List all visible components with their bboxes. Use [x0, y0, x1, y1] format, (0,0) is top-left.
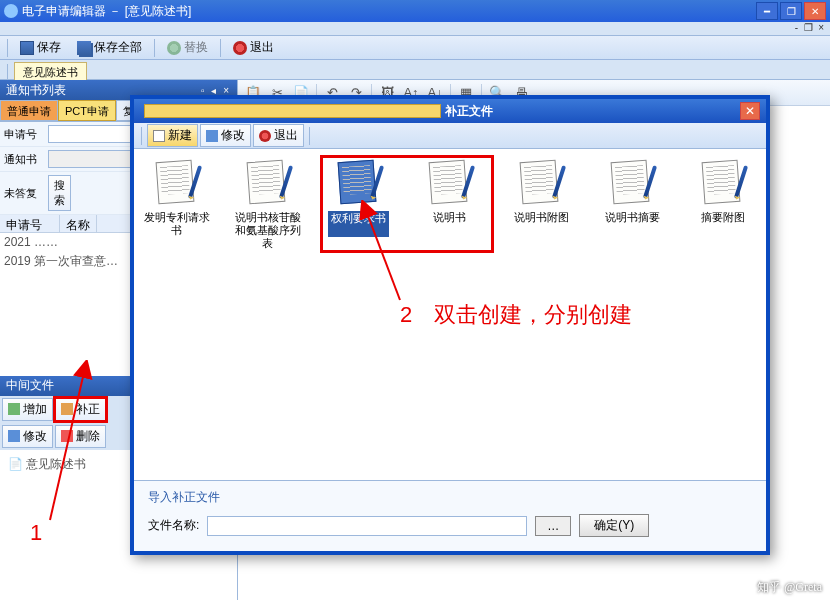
file-type-item-selected[interactable]: 权利要求书: [324, 159, 393, 250]
document-tab[interactable]: 意见陈述书: [14, 62, 87, 82]
file-type-list: 发明专利请求书 说明书核苷酸和氨基酸序列表 权利要求书 说明书 说明书附图 说明…: [142, 159, 758, 250]
correct-button[interactable]: 补正: [55, 398, 106, 421]
dialog-modify-button[interactable]: 修改: [200, 124, 251, 147]
dialog-title-bar: 补正文件 ✕: [134, 99, 766, 123]
correction-file-dialog: 补正文件 ✕ 新建 修改 退出 发明专利请求书 说明书核苷酸和氨基酸序列表 权利…: [130, 95, 770, 555]
file-type-label: 发明专利请求书: [142, 211, 211, 237]
file-type-label: 权利要求书: [328, 211, 389, 237]
file-type-item[interactable]: 说明书摘要: [598, 159, 667, 250]
save-label: 保存: [37, 39, 61, 56]
file-type-item[interactable]: 说明书核苷酸和氨基酸序列表: [233, 159, 302, 250]
refresh-icon: [167, 41, 181, 55]
title-bar: 电子申请编辑器 － [意见陈述书] ━ ❐ ✕: [0, 0, 830, 22]
document-icon: [515, 159, 567, 207]
file-type-label: 说明书附图: [514, 211, 569, 237]
correct-icon: [61, 403, 73, 415]
file-type-label: 说明书摘要: [605, 211, 660, 237]
tab-normal[interactable]: 普通申请: [0, 100, 58, 121]
exit-label: 退出: [250, 39, 274, 56]
close-button[interactable]: ✕: [804, 2, 826, 20]
notice-label: 通知书: [4, 152, 44, 167]
mid-file-title: 中间文件: [6, 377, 54, 394]
dialog-icon: [144, 104, 441, 118]
ok-button[interactable]: 确定(Y): [579, 514, 649, 537]
replace-button[interactable]: 替换: [160, 36, 215, 59]
modify-icon: [8, 430, 20, 442]
save-button[interactable]: 保存: [13, 36, 68, 59]
notice-list-title: 通知书列表: [6, 82, 66, 99]
save-all-label: 保存全部: [94, 39, 142, 56]
panel-controls[interactable]: ▫ ◂ ×: [201, 85, 231, 96]
import-group-label: 导入补正文件: [148, 489, 752, 506]
search-button[interactable]: 搜索: [48, 175, 71, 211]
file-type-label: 摘要附图: [701, 211, 745, 237]
save-all-icon: [77, 41, 91, 55]
main-toolbar: 保存 保存全部 替换 退出: [0, 36, 830, 60]
app-icon: [4, 4, 18, 18]
document-icon: [697, 159, 749, 207]
file-name-input[interactable]: [207, 516, 527, 536]
tab-pct[interactable]: PCT申请: [58, 100, 116, 121]
exit-icon: [259, 130, 271, 142]
maximize-button[interactable]: ❐: [780, 2, 802, 20]
dialog-toolbar: 新建 修改 退出: [134, 123, 766, 149]
mdi-controls: - ❐ ×: [0, 22, 830, 36]
minimize-button[interactable]: ━: [756, 2, 778, 20]
modify-icon: [206, 130, 218, 142]
dialog-title: 补正文件: [445, 103, 740, 120]
browse-button[interactable]: …: [535, 516, 571, 536]
tree-item-label: 意见陈述书: [26, 457, 86, 471]
dialog-modify-label: 修改: [221, 127, 245, 144]
add-button[interactable]: 增加: [2, 398, 53, 421]
document-icon: [424, 159, 476, 207]
delete-button[interactable]: 删除: [55, 425, 106, 448]
file-type-item[interactable]: 发明专利请求书: [142, 159, 211, 250]
file-name-label: 文件名称:: [148, 517, 199, 534]
dialog-exit-label: 退出: [274, 127, 298, 144]
dialog-footer: 导入补正文件 文件名称: … 确定(Y): [134, 480, 766, 551]
file-type-item[interactable]: 说明书附图: [507, 159, 576, 250]
add-label: 增加: [23, 401, 47, 418]
new-icon: [153, 130, 165, 142]
modify-button[interactable]: 修改: [2, 425, 53, 448]
dialog-close-button[interactable]: ✕: [740, 102, 760, 120]
dialog-exit-button[interactable]: 退出: [253, 124, 304, 147]
new-button[interactable]: 新建: [147, 124, 198, 147]
add-icon: [8, 403, 20, 415]
document-tabs: 意见陈述书: [0, 60, 830, 80]
file-type-label: 说明书: [433, 211, 466, 237]
modify-label: 修改: [23, 428, 47, 445]
status-label: 未答复: [4, 186, 44, 201]
correct-label: 补正: [76, 401, 100, 418]
col-name: 名称: [60, 215, 97, 232]
file-type-label: 说明书核苷酸和氨基酸序列表: [233, 211, 302, 250]
save-icon: [20, 41, 34, 55]
delete-label: 删除: [76, 428, 100, 445]
col-app-no: 申请号: [0, 215, 60, 232]
replace-label: 替换: [184, 39, 208, 56]
file-type-item[interactable]: 说明书: [415, 159, 484, 250]
document-icon: [606, 159, 658, 207]
window-title: 电子申请编辑器 － [意见陈述书]: [22, 3, 756, 20]
new-label: 新建: [168, 127, 192, 144]
document-icon: [333, 159, 385, 207]
save-all-button[interactable]: 保存全部: [70, 36, 149, 59]
app-no-label: 申请号: [4, 127, 44, 142]
dialog-body: 发明专利请求书 说明书核苷酸和氨基酸序列表 权利要求书 说明书 说明书附图 说明…: [134, 149, 766, 480]
document-icon: [151, 159, 203, 207]
document-icon: [242, 159, 294, 207]
exit-button[interactable]: 退出: [226, 36, 281, 59]
delete-icon: [61, 430, 73, 442]
watermark: 知乎 @Greta: [757, 579, 822, 596]
file-type-item[interactable]: 摘要附图: [689, 159, 758, 250]
exit-icon: [233, 41, 247, 55]
